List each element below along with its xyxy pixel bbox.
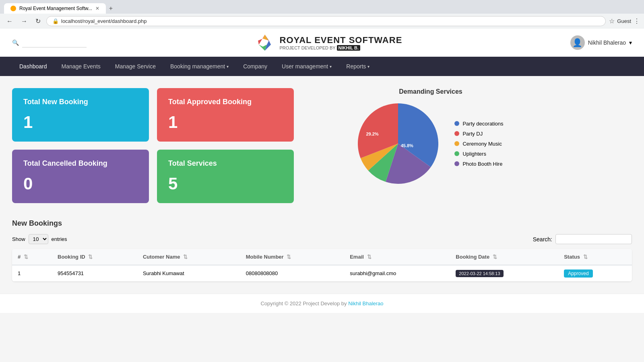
entries-select[interactable]: 10 25 50 xyxy=(29,234,48,244)
footer-text: Copyright © 2022 Project Develop by xyxy=(260,300,347,306)
legend-dot-photo-booth xyxy=(454,161,459,166)
show-entries: Show 10 25 50 entries xyxy=(12,234,67,244)
svg-marker-1 xyxy=(258,35,265,45)
chart-area: Demanding Services xyxy=(310,88,551,184)
booking-date-badge: 2022-03-22 14:58:13 xyxy=(456,270,503,277)
reload-button[interactable]: ↻ xyxy=(33,16,43,26)
data-table: # ⇅ Booking ID ⇅ Cutomer Name ⇅ Mobile N… xyxy=(12,249,632,282)
pie-chart: 45.8% 29.2% xyxy=(358,103,438,184)
cell-email: surabhi@gmail.cmo xyxy=(344,265,450,282)
stat-approved-booking-title: Total Approved Booking xyxy=(168,98,283,106)
legend-party-decorations: Party decorations xyxy=(454,121,503,127)
col-status[interactable]: Status ⇅ xyxy=(558,249,632,265)
nav-manage-service[interactable]: Manage Service xyxy=(108,57,163,76)
stats-grid: Total New Booking 1 Total Approved Booki… xyxy=(12,88,294,203)
close-tab-button[interactable]: ✕ xyxy=(95,6,99,11)
url-display: localhost/royal_event/dashboard.php xyxy=(61,18,147,24)
legend-party-dj: Party DJ xyxy=(454,131,503,137)
logo-subtitle: PROJECT DEVELOPED BY NIKHIL B. xyxy=(280,45,402,50)
table-controls: Show 10 25 50 entries Search: xyxy=(12,234,632,244)
show-label: Show xyxy=(12,236,25,242)
browser-user: Guest xyxy=(617,18,631,24)
menu-button[interactable]: ⋮ xyxy=(634,17,640,25)
logo-title: ROYAL EVENT SOFTWARE xyxy=(280,35,402,45)
stat-total-services: Total Services 5 xyxy=(157,150,294,203)
nav-company[interactable]: Company xyxy=(236,57,275,76)
search-input[interactable] xyxy=(22,38,87,47)
chevron-down-icon: ▾ xyxy=(629,39,632,46)
col-customer-name[interactable]: Cutomer Name ⇅ xyxy=(137,249,240,265)
bookmark-button[interactable]: ☆ xyxy=(609,17,615,25)
table-row: 1 954554731 Surabhi Kumawat 08080808080 … xyxy=(12,265,632,282)
legend-photo-booth: Photo Booth Hire xyxy=(454,161,503,167)
stat-new-booking-title: Total New Booking xyxy=(23,98,138,106)
nav-manage-events[interactable]: Manage Events xyxy=(54,57,108,76)
section-title: New Bookings xyxy=(12,219,632,228)
main-content: Total New Booking 1 Total Approved Booki… xyxy=(0,76,644,294)
stat-cancelled-booking-title: Total Cancelled Booking xyxy=(23,159,138,168)
stat-cancelled-booking: Total Cancelled Booking 0 xyxy=(12,150,149,203)
cell-status: Approved xyxy=(558,265,632,282)
header-search: 🔍 xyxy=(12,38,87,47)
caret-icon: ▾ xyxy=(227,64,229,69)
legend-dot-ceremony-music xyxy=(454,141,459,146)
lock-icon: 🔒 xyxy=(52,18,59,24)
browser-actions: ☆ Guest ⋮ xyxy=(609,17,640,25)
back-button[interactable]: ← xyxy=(4,17,15,26)
logo-icon xyxy=(255,33,275,53)
legend-uplighters: Uplighters xyxy=(454,151,503,157)
table-search-input[interactable] xyxy=(555,234,632,244)
footer-link[interactable]: Nikhil Bhalerao xyxy=(348,300,383,306)
cell-booking-id: 954554731 xyxy=(52,265,137,282)
nav-dashboard[interactable]: Dashboard xyxy=(12,57,54,76)
nav-user-management[interactable]: User management ▾ xyxy=(275,57,339,76)
logo-text: ROYAL EVENT SOFTWARE PROJECT DEVELOPED B… xyxy=(280,35,402,50)
col-email[interactable]: Email ⇅ xyxy=(344,249,450,265)
avatar: 👤 xyxy=(570,35,585,50)
cell-index: 1 xyxy=(12,265,52,282)
stat-approved-booking-value: 1 xyxy=(168,113,283,132)
entries-label: entries xyxy=(52,236,67,242)
stat-new-booking-value: 1 xyxy=(23,113,138,132)
legend-dot-party-dj xyxy=(454,131,459,136)
browser-chrome: Royal Event Management Softw... ✕ + xyxy=(0,0,644,14)
caret-icon: ▾ xyxy=(330,64,332,69)
col-index[interactable]: # ⇅ xyxy=(12,249,52,265)
cell-mobile: 08080808080 xyxy=(240,265,344,282)
legend-label-party-decorations: Party decorations xyxy=(462,121,503,127)
caret-icon: ▾ xyxy=(367,64,369,69)
stat-cancelled-booking-value: 0 xyxy=(23,174,138,193)
legend-label-photo-booth: Photo Booth Hire xyxy=(462,161,502,167)
app-header: 🔍 ROYAL EVENT SOFTWARE PROJECT DEVELOPED… xyxy=(0,29,644,57)
table-header-row: # ⇅ Booking ID ⇅ Cutomer Name ⇅ Mobile N… xyxy=(12,249,632,265)
stat-total-services-value: 5 xyxy=(168,174,283,193)
legend-label-uplighters: Uplighters xyxy=(462,151,486,157)
footer: Copyright © 2022 Project Develop by Nikh… xyxy=(0,294,644,313)
browser-tab[interactable]: Royal Event Management Softw... ✕ xyxy=(4,3,106,14)
address-bar[interactable]: 🔒 localhost/royal_event/dashboard.php xyxy=(46,16,606,26)
stat-new-booking: Total New Booking 1 xyxy=(12,88,149,142)
chart-legend: Party decorations Party DJ Ceremony Musi… xyxy=(454,121,503,167)
forward-button[interactable]: → xyxy=(19,17,30,26)
col-booking-date[interactable]: Booking Date ⇅ xyxy=(450,249,558,265)
browser-toolbar: ← → ↻ 🔒 localhost/royal_event/dashboard.… xyxy=(0,14,644,29)
logo-area: ROYAL EVENT SOFTWARE PROJECT DEVELOPED B… xyxy=(255,33,402,53)
tab-favicon xyxy=(10,6,16,11)
app-nav: Dashboard Manage Events Manage Service B… xyxy=(0,57,644,76)
table-section: New Bookings Show 10 25 50 entries Searc… xyxy=(12,203,632,282)
stat-total-services-title: Total Services xyxy=(168,159,283,168)
nav-booking-management[interactable]: Booking management ▾ xyxy=(163,57,236,76)
legend-ceremony-music: Ceremony Music xyxy=(454,141,503,147)
col-mobile[interactable]: Mobile Number ⇅ xyxy=(240,249,344,265)
nav-reports[interactable]: Reports ▾ xyxy=(339,57,377,76)
user-name: Nikhil Bhalerao xyxy=(588,39,626,46)
legend-label-party-dj: Party DJ xyxy=(462,131,483,137)
stat-approved-booking: Total Approved Booking 1 xyxy=(157,88,294,142)
legend-label-ceremony-music: Ceremony Music xyxy=(462,141,502,147)
tab-title: Royal Event Management Softw... xyxy=(19,6,92,11)
col-booking-id[interactable]: Booking ID ⇅ xyxy=(52,249,137,265)
cell-customer-name: Surabhi Kumawat xyxy=(137,265,240,282)
new-tab-button[interactable]: + xyxy=(106,3,116,14)
search-icon: 🔍 xyxy=(12,39,19,46)
user-profile[interactable]: 👤 Nikhil Bhalerao ▾ xyxy=(570,35,632,50)
